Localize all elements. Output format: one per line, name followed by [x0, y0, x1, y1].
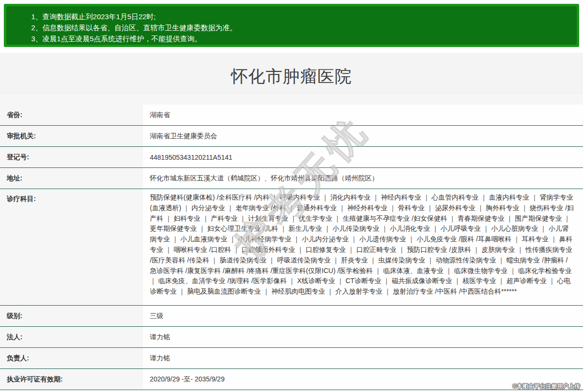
row-label: 执业许可证有效期: — [0, 369, 143, 390]
table-row-legal-person: 法人: 谭力铭 — [0, 327, 583, 348]
row-label: 登记号: — [0, 147, 143, 167]
hospital-info-table: 省份: 湖南省 审批机关: 湖南省卫生健康委员会 登记号: 4481950534… — [0, 105, 583, 390]
notice-banner-inner: 1、查询数据截止到2023年1月5日22时; 2、信息数据结果以各省、自治区、直… — [6, 6, 577, 45]
row-label: 审批机关: — [0, 126, 143, 146]
row-label: 负责人: — [0, 348, 143, 368]
hospital-info-page: 1、查询数据截止到2023年1月5日22时; 2、信息数据结果以各省、自治区、直… — [0, 0, 583, 392]
row-value: 谭力铭 — [143, 348, 583, 368]
row-value: 三级 — [143, 306, 583, 326]
table-row-address: 地址: 怀化市城东新区五溪大道（鹤城院区）、怀化市靖州县渠阳西路（靖州院区） — [0, 168, 583, 189]
table-row-person-in-charge: 负责人: 谭力铭 — [0, 348, 583, 369]
row-value: 湖南省 — [143, 105, 583, 125]
row-label: 地址: — [0, 168, 143, 189]
page-title: 怀化市肿瘤医院 — [0, 53, 583, 88]
table-row-medical-departments: 诊疗科目: 预防保健科(健康体检) /全科医疗科 /内科 ｜ 呼吸内科专业 ｜ … — [0, 189, 583, 306]
row-value: 湖南省卫生健康委员会 — [143, 126, 583, 146]
notice-line-1: 1、查询数据截止到2023年1月5日22时; — [31, 11, 572, 22]
title-band: 怀化市肿瘤医院 — [0, 53, 583, 95]
table-row-registration-number: 登记号: 44819505343120211A5141 — [0, 147, 583, 168]
row-label: 法人: — [0, 327, 143, 347]
table-row-approval-authority: 审批机关: 湖南省卫生健康委员会 — [0, 126, 583, 147]
row-value: 预防保健科(健康体检) /全科医疗科 /内科 ｜ 呼吸内科专业 ｜ 消化内科专业… — [143, 189, 583, 305]
row-value: 谭力铭 — [143, 327, 583, 347]
row-label: 诊疗科目: — [0, 189, 143, 305]
notice-banner: 1、查询数据截止到2023年1月5日22时; 2、信息数据结果以各省、自治区、直… — [4, 4, 579, 47]
table-row-level: 级别: 三级 — [0, 306, 583, 327]
row-value: 怀化市城东新区五溪大道（鹤城院区）、怀化市靖州县渠阳西路（靖州院区） — [143, 168, 583, 189]
notice-line-3: 3、凌晨1点至凌晨5点系统进行维护，不能提供查询。 — [31, 33, 572, 44]
table-row-license-validity: 执业许可证有效期: 2020/9/29 -至- 2035/9/29 — [0, 369, 583, 390]
attribution-watermark: ©本图由平台注册用户上传 — [512, 382, 580, 391]
title-band-lower-strip — [0, 95, 583, 105]
table-row-province: 省份: 湖南省 — [0, 105, 583, 126]
notice-line-2: 2、信息数据结果以各省、自治区、直辖市卫生健康委数据为准。 — [31, 22, 572, 33]
row-label: 省份: — [0, 105, 143, 125]
row-label: 级别: — [0, 306, 143, 326]
row-value: 44819505343120211A5141 — [143, 147, 583, 167]
